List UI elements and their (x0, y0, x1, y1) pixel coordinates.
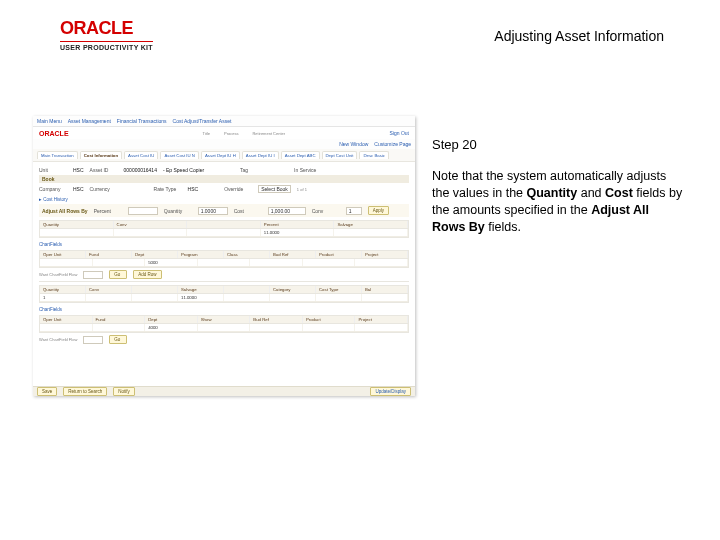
want-chartfield-flow: Want ChartField Flow (39, 337, 77, 342)
cell (40, 259, 93, 266)
cell (250, 259, 303, 266)
cell (93, 324, 146, 331)
brand-name: ORACLE (60, 18, 153, 39)
cell (114, 229, 188, 236)
note-text: fields. (485, 220, 521, 234)
new-window-link: New Window (339, 141, 368, 147)
want-chartfield-flow: Want ChartField Flow (39, 272, 77, 277)
col-header: Bud Ref (270, 251, 316, 258)
cell (355, 259, 408, 266)
company-value: HSC (73, 186, 84, 192)
save-button: Save (37, 387, 57, 396)
cell: 1 (40, 294, 86, 301)
col-header (224, 286, 270, 293)
crumb: Asset Management (68, 118, 111, 124)
signout-link: Sign Out (390, 130, 409, 136)
step-note: Note that the system automatically adjus… (432, 168, 684, 236)
cell: 11.0000 (261, 229, 335, 236)
cost-input: 1,000.00 (268, 207, 306, 215)
update-display-button: Update/Display (370, 387, 411, 396)
cell (303, 324, 356, 331)
tab-strip: Main Transaction Cost Information Asset … (33, 149, 415, 162)
col-header: Show (198, 316, 251, 323)
col-header: Oper Unit (40, 316, 93, 323)
col-header: Class (224, 251, 270, 258)
cell (362, 294, 408, 301)
col-header: Fund (86, 251, 132, 258)
asset-id-label: Asset ID (90, 167, 118, 173)
cell: 4000 (145, 324, 198, 331)
menu-item: Title (203, 131, 210, 136)
tab: Dept Cost Unit (322, 151, 358, 159)
col-header: Dept (145, 316, 198, 323)
col-header: Salvage (178, 286, 224, 293)
book-row: Company HSC Currency Rate Type HSC Overr… (39, 185, 409, 193)
browser-bar: Main Menu Asset Management Financial Tra… (33, 116, 415, 127)
customize-page-link: Customize Page (374, 141, 411, 147)
cell (355, 324, 408, 331)
flow-input (83, 336, 103, 344)
col-header: Category (270, 286, 316, 293)
col-header: Product (316, 251, 362, 258)
note-bold-quantity: Quantity (527, 186, 578, 200)
col-header: Program (178, 251, 224, 258)
app-brand: ORACLE (39, 130, 69, 137)
asset-id-value: 000000016414 (124, 167, 157, 173)
cell: 5000 (145, 259, 198, 266)
col-header: Bud Ref (250, 316, 303, 323)
col-header: Project (355, 316, 408, 323)
select-book-input: Select Book (258, 185, 291, 193)
step-heading: Step 20 (432, 137, 477, 152)
app-screenshot: Main Menu Asset Management Financial Tra… (33, 116, 415, 396)
cell (224, 294, 270, 301)
cell (86, 294, 132, 301)
menu-item: Process (224, 131, 238, 136)
unit-label: Unit (39, 167, 67, 173)
col-header (187, 221, 261, 228)
tab: Asset Dept IU I (242, 151, 279, 159)
note-bold-cost: Cost (605, 186, 633, 200)
tab: Asset Cost IU N (160, 151, 199, 159)
tab: Desc Basic (359, 151, 389, 159)
chartfields-grid-2: Oper Unit Fund Dept Show Bud Ref Product… (39, 315, 409, 333)
currency-label: Currency (90, 186, 118, 192)
add-row-button: Add Row (133, 270, 161, 279)
pager: 1 of 1 (297, 187, 307, 192)
col-header: Fund (93, 316, 146, 323)
col-header: Bal (362, 286, 408, 293)
cell (198, 324, 251, 331)
cell (187, 229, 261, 236)
cell (93, 259, 146, 266)
chartfields-label-2: ChartFields (39, 307, 409, 312)
menu-item: Retirement Center (252, 131, 285, 136)
percent-input (128, 207, 158, 215)
col-header: Quantity (40, 286, 86, 293)
book-header: Book (39, 175, 409, 183)
ratetype-value: HSC (188, 186, 199, 192)
tab: Asset Dept IU H (201, 151, 240, 159)
go-button: Go (109, 335, 127, 344)
conv-input: 1 (346, 207, 362, 215)
cell (40, 324, 93, 331)
return-button: Return to Search (63, 387, 107, 396)
brand-logo: ORACLE USER PRODUCTIVITY KIT (60, 18, 153, 51)
col-header: Oper Unit (40, 251, 86, 258)
crumb: Financial Transactions (117, 118, 167, 124)
crumb: Cost Adjust/Transfer Asset (173, 118, 232, 124)
cell (250, 324, 303, 331)
col-header: Conv (114, 221, 188, 228)
col-header: Percent (261, 221, 335, 228)
col-header: Cost Type (316, 286, 362, 293)
col-header: Salvage (334, 221, 408, 228)
go-button: Go (109, 270, 127, 279)
unit-value: HSC (73, 167, 84, 173)
percent-label: Percent (94, 208, 122, 214)
brand-subtitle: USER PRODUCTIVITY KIT (60, 41, 153, 51)
tab: Asset Dept ABC (281, 151, 320, 159)
cost-label: Cost (234, 208, 262, 214)
col-header (132, 286, 178, 293)
chartfields-grid: Oper Unit Fund Dept Program Class Bud Re… (39, 250, 409, 268)
company-label: Company (39, 186, 67, 192)
cell (270, 294, 316, 301)
col-header: Product (303, 316, 356, 323)
